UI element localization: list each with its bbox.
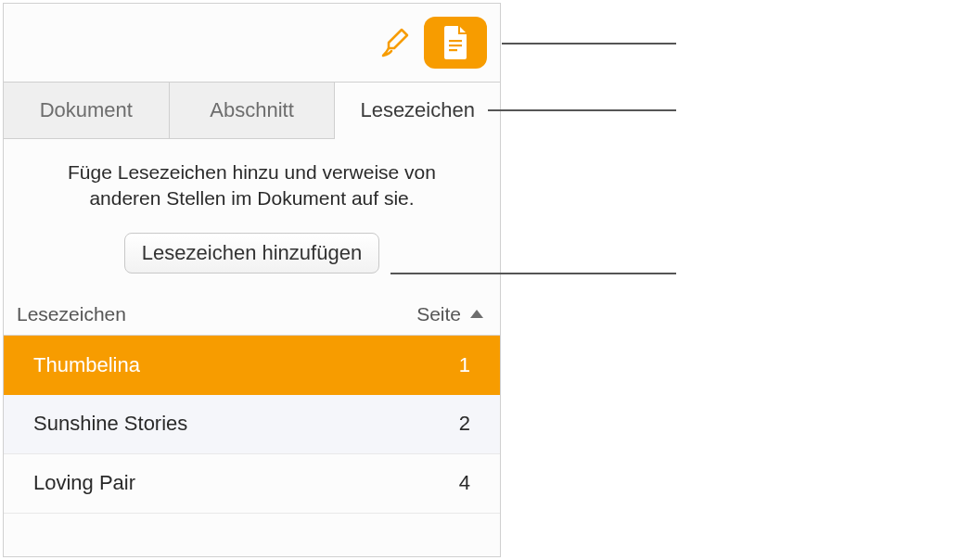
svg-rect-0 xyxy=(449,40,462,42)
panel-toolbar xyxy=(4,4,500,82)
bookmark-list-header: Lesezeichen Seite xyxy=(4,294,500,336)
header-name-label: Lesezeichen xyxy=(17,303,126,325)
header-page-sort[interactable]: Seite xyxy=(416,303,483,325)
bookmark-list: Thumbelina 1 Sunshine Stories 2 Loving P… xyxy=(4,336,500,514)
svg-rect-1 xyxy=(449,45,462,46)
document-inspector-button[interactable] xyxy=(424,17,487,69)
bookmark-page: 4 xyxy=(459,471,470,495)
add-bookmark-button[interactable]: Lesezeichen hinzufügen xyxy=(124,233,379,274)
bookmarks-info-area: Füge Lesezeichen hinzu und verweise von … xyxy=(4,139,500,294)
tab-document[interactable]: Dokument xyxy=(4,83,170,138)
bookmark-page: 2 xyxy=(459,412,470,436)
callout-line xyxy=(502,43,676,45)
bookmark-page: 1 xyxy=(459,353,470,377)
bookmark-row[interactable]: Loving Pair 4 xyxy=(4,454,500,514)
bookmark-name: Sunshine Stories xyxy=(33,412,187,436)
svg-rect-2 xyxy=(449,49,457,51)
tab-bookmarks[interactable]: Lesezeichen xyxy=(335,83,500,139)
bookmark-row[interactable]: Sunshine Stories 2 xyxy=(4,395,500,454)
bookmarks-help-text: Füge Lesezeichen hinzu und verweise von … xyxy=(32,159,472,212)
format-brush-icon[interactable] xyxy=(379,26,413,59)
callout-line xyxy=(390,273,676,274)
sort-ascending-icon xyxy=(470,310,483,318)
bookmarks-panel: Dokument Abschnitt Lesezeichen Füge Lese… xyxy=(3,3,501,557)
bookmark-name: Thumbelina xyxy=(33,353,140,377)
inspector-tabs: Dokument Abschnitt Lesezeichen xyxy=(4,82,500,139)
callout-line xyxy=(488,109,676,111)
bookmark-name: Loving Pair xyxy=(33,471,135,495)
tab-section[interactable]: Abschnitt xyxy=(170,83,336,138)
bookmark-row[interactable]: Thumbelina 1 xyxy=(4,336,500,395)
header-page-label: Seite xyxy=(416,303,461,325)
